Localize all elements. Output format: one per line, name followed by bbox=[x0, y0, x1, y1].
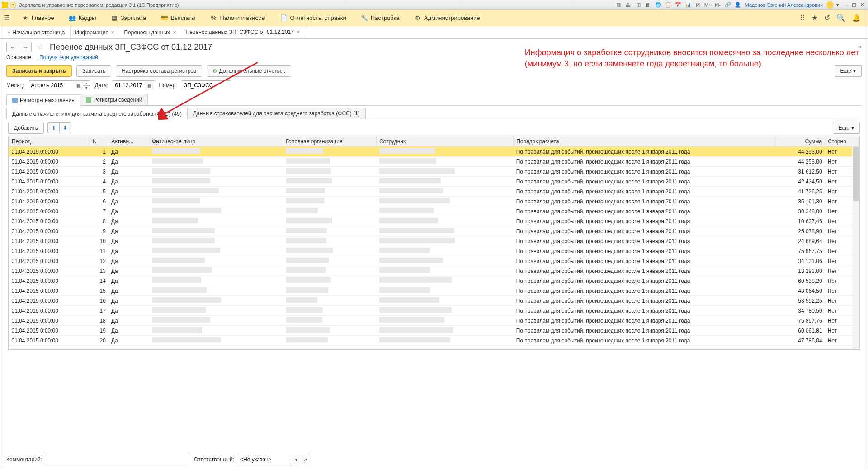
minimize-button[interactable]: — bbox=[842, 2, 850, 8]
link-icon[interactable]: 🔗 bbox=[724, 1, 731, 9]
subtab-recipients[interactable]: Получатели удержаний bbox=[39, 54, 98, 61]
help-icon[interactable]: i bbox=[826, 1, 834, 9]
additional-reports-button[interactable]: ⚙Дополнительные отчеты... bbox=[207, 65, 291, 77]
table-row[interactable]: 01.04.2015 0:00:005ДаПо правилам для соб… bbox=[9, 187, 859, 197]
menu-settings[interactable]: 🔧Настройка bbox=[354, 14, 407, 22]
more-table-button[interactable]: Еще ▾ bbox=[833, 122, 860, 134]
move-down-button[interactable]: ⬇ bbox=[59, 122, 71, 133]
tab-accumulation-registers[interactable]: Регистры накопления bbox=[6, 94, 80, 106]
close-icon[interactable]: × bbox=[111, 29, 115, 36]
menu-salary[interactable]: ▦Зарплата bbox=[104, 14, 154, 22]
close-window-button[interactable]: ✕ bbox=[858, 2, 866, 8]
date-picker-button[interactable]: ▦ bbox=[145, 80, 154, 90]
col-physical-person[interactable]: Физическое лицо bbox=[149, 136, 283, 147]
chart-icon[interactable]: 📊 bbox=[684, 1, 692, 9]
calendar-icon[interactable]: 📅 bbox=[675, 1, 682, 9]
menu-hr[interactable]: 👥Кадры bbox=[61, 14, 104, 22]
col-storno[interactable]: Сторно bbox=[825, 136, 859, 147]
col-calc-order[interactable]: Порядок расчета bbox=[514, 136, 775, 147]
subtab-main[interactable]: Основное bbox=[6, 54, 31, 61]
menu-payments[interactable]: 💳Выплаты bbox=[154, 14, 203, 22]
table-row[interactable]: 01.04.2015 0:00:0015ДаПо правилам для со… bbox=[9, 286, 859, 296]
table-row[interactable]: 01.04.2015 0:00:0010ДаПо правилам для со… bbox=[9, 236, 859, 246]
menu-main[interactable]: ★Главное bbox=[14, 14, 61, 22]
tab-transfers[interactable]: Переносы данных× bbox=[119, 26, 181, 38]
print-icon[interactable]: 🖶 bbox=[625, 1, 632, 9]
nav-back-button[interactable]: ← bbox=[6, 42, 19, 52]
col-period[interactable]: Период bbox=[9, 136, 90, 147]
compare-icon[interactable]: ◫ bbox=[635, 1, 642, 9]
table-row[interactable]: 01.04.2015 0:00:003ДаПо правилам для соб… bbox=[9, 167, 859, 177]
more-button[interactable]: Еще ▾ bbox=[835, 65, 862, 77]
clipboard-icon[interactable]: 📋 bbox=[665, 1, 672, 9]
date-field[interactable] bbox=[113, 80, 145, 90]
col-active[interactable]: Активн... bbox=[108, 136, 149, 147]
table-row[interactable]: 01.04.2015 0:00:0016ДаПо правилам для со… bbox=[9, 296, 859, 306]
table-row[interactable]: 01.04.2015 0:00:0014ДаПо правилам для со… bbox=[9, 276, 859, 286]
tab-info[interactable]: Информация× bbox=[71, 26, 119, 38]
table-row[interactable]: 01.04.2015 0:00:008ДаПо правилам для соб… bbox=[9, 216, 859, 226]
table-row[interactable]: 01.04.2015 0:00:0011ДаПо правилам для со… bbox=[9, 246, 859, 256]
search-icon[interactable]: 🔍 bbox=[836, 14, 845, 22]
add-button[interactable]: Добавить bbox=[8, 122, 44, 134]
m-plus-icon[interactable]: M+ bbox=[704, 1, 712, 9]
save-close-button[interactable]: Записать и закрыть bbox=[6, 65, 72, 77]
responsible-dropdown-button[interactable]: ▾ bbox=[292, 455, 301, 464]
close-icon[interactable]: × bbox=[173, 29, 176, 36]
close-icon[interactable]: × bbox=[297, 28, 300, 35]
number-field[interactable] bbox=[182, 80, 231, 90]
table-row[interactable]: 01.04.2015 0:00:001ДаПо правилам для соб… bbox=[9, 147, 859, 157]
menu-admin[interactable]: ⚙Администрирование bbox=[407, 14, 487, 22]
favorite-toggle[interactable]: ☆ bbox=[37, 42, 44, 52]
table-row[interactable]: 01.04.2015 0:00:002ДаПо правилам для соб… bbox=[9, 157, 859, 167]
grid-icon[interactable]: ▦ bbox=[615, 1, 622, 9]
table-row[interactable]: 01.04.2015 0:00:009ДаПо правилам для соб… bbox=[9, 226, 859, 236]
month-up[interactable]: ▲ bbox=[83, 80, 90, 85]
col-n[interactable]: N bbox=[90, 136, 108, 147]
col-sum[interactable]: Сумма bbox=[775, 136, 825, 147]
table-row[interactable]: 01.04.2015 0:00:0012ДаПо правилам для со… bbox=[9, 256, 859, 266]
col-employee[interactable]: Сотрудник bbox=[377, 136, 514, 147]
m-icon[interactable]: M bbox=[694, 1, 702, 9]
current-user[interactable]: Мадонов Евгений Александрович bbox=[745, 2, 823, 8]
dropdown2-icon[interactable]: ▾ bbox=[834, 2, 842, 8]
table-row[interactable]: 01.04.2015 0:00:0018ДаПо правилам для со… bbox=[9, 316, 859, 326]
scrollbar-thumb[interactable] bbox=[853, 147, 859, 201]
registry-setup-button[interactable]: Настройка состава регистров bbox=[116, 65, 202, 77]
dropdown-icon[interactable]: ▾ bbox=[10, 2, 16, 8]
col-organization[interactable]: Головная организация bbox=[283, 136, 377, 147]
globe-icon[interactable]: 🌐 bbox=[655, 1, 662, 9]
table-row[interactable]: 01.04.2015 0:00:0013ДаПо правилам для со… bbox=[9, 266, 859, 276]
close-document-button[interactable]: × bbox=[858, 43, 862, 51]
history-icon[interactable]: ↺ bbox=[824, 14, 830, 22]
favorite-icon[interactable]: ★ bbox=[811, 14, 818, 22]
table-row[interactable]: 01.04.2015 0:00:007ДаПо правилам для соб… bbox=[9, 206, 859, 216]
tab-transfer-doc[interactable]: Перенос данных ЗП_СЗФСС от 01.12.2017× bbox=[181, 26, 305, 38]
tab-info-registers[interactable]: Регистры сведений bbox=[80, 94, 148, 105]
subtab-accruals-data[interactable]: Данные о начислениях для расчета среднег… bbox=[6, 108, 188, 119]
menu-taxes[interactable]: %Налоги и взносы bbox=[203, 14, 273, 22]
month-picker-button[interactable]: ▦ bbox=[74, 80, 83, 90]
responsible-field[interactable] bbox=[238, 455, 292, 464]
month-field[interactable] bbox=[29, 80, 74, 90]
table-row[interactable]: 01.04.2015 0:00:0017ДаПо правилам для со… bbox=[9, 306, 859, 316]
responsible-open-button[interactable]: ↗ bbox=[301, 455, 310, 464]
subtab-insurers-data[interactable]: Данные страхователей для расчета среднег… bbox=[187, 108, 366, 119]
save-button[interactable]: Записать bbox=[76, 65, 111, 77]
month-down[interactable]: ▼ bbox=[83, 85, 90, 90]
nav-forward-button[interactable]: → bbox=[19, 42, 32, 52]
calc-icon[interactable]: 🖩 bbox=[645, 1, 652, 9]
move-up-button[interactable]: ⬆ bbox=[47, 122, 59, 133]
maximize-button[interactable]: ▢ bbox=[850, 2, 858, 8]
table-row[interactable]: 01.04.2015 0:00:006ДаПо правилам для соб… bbox=[9, 197, 859, 206]
menu-reports[interactable]: 📄Отчетность, справки bbox=[273, 14, 354, 22]
table-row[interactable]: 01.04.2015 0:00:004ДаПо правилам для соб… bbox=[9, 177, 859, 187]
table-row[interactable]: 01.04.2015 0:00:0019ДаПо правилам для со… bbox=[9, 326, 859, 336]
table-row[interactable]: 01.04.2015 0:00:0020ДаПо правилам для со… bbox=[9, 336, 859, 346]
home-tab[interactable]: ⌂Начальная страница bbox=[2, 26, 71, 38]
bell-icon[interactable]: 🔔 bbox=[852, 14, 861, 22]
apps-icon[interactable]: ⠿ bbox=[800, 14, 805, 22]
comment-field[interactable] bbox=[46, 455, 190, 464]
m-minus-icon[interactable]: M- bbox=[714, 1, 722, 9]
burger-icon[interactable]: ☰ bbox=[4, 14, 14, 22]
